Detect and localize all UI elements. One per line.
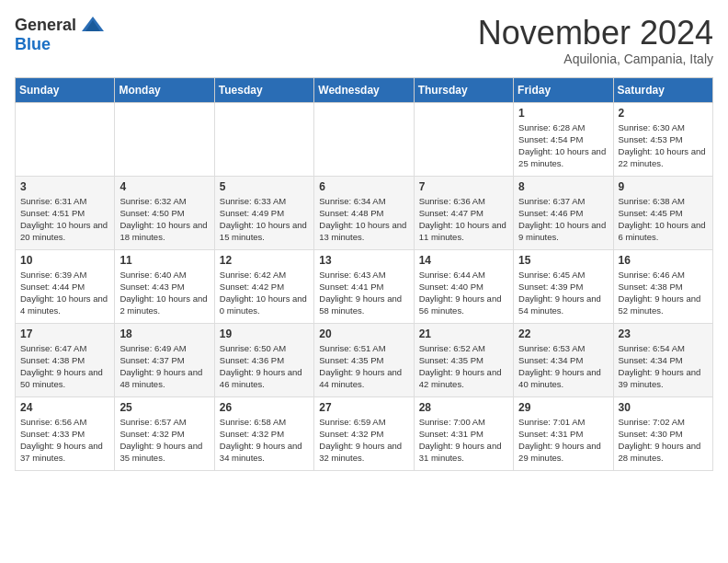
logo-general-text: General <box>15 16 76 35</box>
day-info-text: Sunrise: 6:37 AM Sunset: 4:46 PM Dayligh… <box>518 195 608 244</box>
day-number: 2 <box>619 107 708 120</box>
calendar-day-cell: 15Sunrise: 6:45 AM Sunset: 4:39 PM Dayli… <box>514 249 613 323</box>
day-number: 4 <box>119 180 209 193</box>
day-number: 11 <box>119 254 209 267</box>
calendar-day-cell: 3Sunrise: 6:31 AM Sunset: 4:51 PM Daylig… <box>16 176 115 249</box>
day-info-text: Sunrise: 7:02 AM Sunset: 4:30 PM Dayligh… <box>619 416 708 465</box>
day-info-text: Sunrise: 6:47 AM Sunset: 4:38 PM Dayligh… <box>20 342 109 391</box>
calendar-day-cell: 6Sunrise: 6:34 AM Sunset: 4:48 PM Daylig… <box>314 176 414 249</box>
calendar-day-cell <box>414 102 513 176</box>
day-info-text: Sunrise: 6:58 AM Sunset: 4:32 PM Dayligh… <box>220 416 309 465</box>
day-info-text: Sunrise: 6:32 AM Sunset: 4:50 PM Dayligh… <box>119 195 209 244</box>
calendar-day-cell: 28Sunrise: 7:00 AM Sunset: 4:31 PM Dayli… <box>414 396 513 470</box>
day-info-text: Sunrise: 7:00 AM Sunset: 4:31 PM Dayligh… <box>419 416 508 465</box>
day-info-text: Sunrise: 6:33 AM Sunset: 4:49 PM Dayligh… <box>220 195 309 244</box>
day-number: 21 <box>419 327 508 340</box>
day-number: 19 <box>220 327 309 340</box>
logo: General Blue <box>15 15 106 54</box>
calendar-day-cell: 9Sunrise: 6:38 AM Sunset: 4:45 PM Daylig… <box>613 176 712 249</box>
logo-icon <box>80 15 106 35</box>
calendar-day-cell: 30Sunrise: 7:02 AM Sunset: 4:30 PM Dayli… <box>613 396 712 470</box>
calendar-day-cell <box>314 102 414 176</box>
calendar-day-cell: 25Sunrise: 6:57 AM Sunset: 4:32 PM Dayli… <box>115 396 214 470</box>
day-number: 6 <box>319 180 408 193</box>
day-number: 18 <box>119 327 209 340</box>
calendar-table: SundayMondayTuesdayWednesdayThursdayFrid… <box>15 77 713 471</box>
calendar-day-cell: 22Sunrise: 6:53 AM Sunset: 4:34 PM Dayli… <box>514 323 613 396</box>
calendar-week-row: 10Sunrise: 6:39 AM Sunset: 4:44 PM Dayli… <box>16 249 713 323</box>
month-title: November 2024 <box>478 15 713 52</box>
calendar-week-row: 1Sunrise: 6:28 AM Sunset: 4:54 PM Daylig… <box>16 102 713 176</box>
day-info-text: Sunrise: 6:38 AM Sunset: 4:45 PM Dayligh… <box>619 195 708 244</box>
day-number: 24 <box>20 401 109 414</box>
day-number: 1 <box>518 107 608 120</box>
calendar-week-row: 17Sunrise: 6:47 AM Sunset: 4:38 PM Dayli… <box>16 323 713 396</box>
day-info-text: Sunrise: 6:45 AM Sunset: 4:39 PM Dayligh… <box>518 269 608 317</box>
calendar-day-cell: 2Sunrise: 6:30 AM Sunset: 4:53 PM Daylig… <box>613 102 712 176</box>
day-number: 8 <box>518 180 608 193</box>
day-info-text: Sunrise: 6:49 AM Sunset: 4:37 PM Dayligh… <box>119 342 209 391</box>
calendar-day-header: Thursday <box>414 77 513 102</box>
day-number: 16 <box>619 254 708 267</box>
day-info-text: Sunrise: 6:46 AM Sunset: 4:38 PM Dayligh… <box>619 269 708 317</box>
calendar-day-cell: 21Sunrise: 6:52 AM Sunset: 4:35 PM Dayli… <box>414 323 513 396</box>
calendar-day-cell: 11Sunrise: 6:40 AM Sunset: 4:43 PM Dayli… <box>115 249 214 323</box>
day-number: 23 <box>619 327 708 340</box>
calendar-day-cell: 24Sunrise: 6:56 AM Sunset: 4:33 PM Dayli… <box>16 396 115 470</box>
day-info-text: Sunrise: 6:51 AM Sunset: 4:35 PM Dayligh… <box>319 342 408 391</box>
day-number: 9 <box>619 180 708 193</box>
calendar-day-cell: 14Sunrise: 6:44 AM Sunset: 4:40 PM Dayli… <box>414 249 513 323</box>
day-info-text: Sunrise: 6:43 AM Sunset: 4:41 PM Dayligh… <box>319 269 408 317</box>
day-number: 26 <box>220 401 309 414</box>
calendar-day-cell: 23Sunrise: 6:54 AM Sunset: 4:34 PM Dayli… <box>613 323 712 396</box>
day-number: 14 <box>419 254 508 267</box>
calendar-day-cell: 27Sunrise: 6:59 AM Sunset: 4:32 PM Dayli… <box>314 396 414 470</box>
calendar-day-cell <box>214 102 313 176</box>
calendar-day-cell: 12Sunrise: 6:42 AM Sunset: 4:42 PM Dayli… <box>214 249 313 323</box>
day-info-text: Sunrise: 6:53 AM Sunset: 4:34 PM Dayligh… <box>518 342 608 391</box>
location-text: Aquilonia, Campania, Italy <box>478 52 713 66</box>
day-number: 17 <box>20 327 109 340</box>
day-info-text: Sunrise: 6:57 AM Sunset: 4:32 PM Dayligh… <box>119 416 209 465</box>
title-section: November 2024 Aquilonia, Campania, Italy <box>478 15 713 66</box>
day-number: 3 <box>20 180 109 193</box>
day-info-text: Sunrise: 6:52 AM Sunset: 4:35 PM Dayligh… <box>419 342 508 391</box>
calendar-day-cell: 17Sunrise: 6:47 AM Sunset: 4:38 PM Dayli… <box>16 323 115 396</box>
day-number: 29 <box>518 401 608 414</box>
calendar-day-header: Sunday <box>16 77 115 102</box>
day-info-text: Sunrise: 6:42 AM Sunset: 4:42 PM Dayligh… <box>220 269 309 317</box>
logo-blue-text: Blue <box>15 35 51 54</box>
calendar-day-cell: 1Sunrise: 6:28 AM Sunset: 4:54 PM Daylig… <box>514 102 613 176</box>
day-number: 12 <box>220 254 309 267</box>
page-header: General Blue November 2024 Aquilonia, Ca… <box>15 15 713 66</box>
day-info-text: Sunrise: 7:01 AM Sunset: 4:31 PM Dayligh… <box>518 416 608 465</box>
calendar-day-cell: 4Sunrise: 6:32 AM Sunset: 4:50 PM Daylig… <box>115 176 214 249</box>
day-info-text: Sunrise: 6:54 AM Sunset: 4:34 PM Dayligh… <box>619 342 708 391</box>
day-info-text: Sunrise: 6:39 AM Sunset: 4:44 PM Dayligh… <box>20 269 109 317</box>
day-number: 25 <box>119 401 209 414</box>
day-info-text: Sunrise: 6:50 AM Sunset: 4:36 PM Dayligh… <box>220 342 309 391</box>
day-number: 10 <box>20 254 109 267</box>
calendar-day-cell: 16Sunrise: 6:46 AM Sunset: 4:38 PM Dayli… <box>613 249 712 323</box>
calendar-day-cell: 5Sunrise: 6:33 AM Sunset: 4:49 PM Daylig… <box>214 176 313 249</box>
day-info-text: Sunrise: 6:30 AM Sunset: 4:53 PM Dayligh… <box>619 121 708 170</box>
day-number: 28 <box>419 401 508 414</box>
calendar-week-row: 3Sunrise: 6:31 AM Sunset: 4:51 PM Daylig… <box>16 176 713 249</box>
day-info-text: Sunrise: 6:56 AM Sunset: 4:33 PM Dayligh… <box>20 416 109 465</box>
calendar-day-cell: 7Sunrise: 6:36 AM Sunset: 4:47 PM Daylig… <box>414 176 513 249</box>
calendar-day-cell: 29Sunrise: 7:01 AM Sunset: 4:31 PM Dayli… <box>514 396 613 470</box>
calendar-header-row: SundayMondayTuesdayWednesdayThursdayFrid… <box>16 77 713 102</box>
calendar-day-cell: 10Sunrise: 6:39 AM Sunset: 4:44 PM Dayli… <box>16 249 115 323</box>
day-number: 30 <box>619 401 708 414</box>
day-number: 22 <box>518 327 608 340</box>
calendar-day-cell <box>16 102 115 176</box>
day-info-text: Sunrise: 6:40 AM Sunset: 4:43 PM Dayligh… <box>119 269 209 317</box>
day-info-text: Sunrise: 6:44 AM Sunset: 4:40 PM Dayligh… <box>419 269 508 317</box>
calendar-day-header: Tuesday <box>214 77 313 102</box>
day-number: 13 <box>319 254 408 267</box>
calendar-day-header: Monday <box>115 77 214 102</box>
day-number: 5 <box>220 180 309 193</box>
day-number: 15 <box>518 254 608 267</box>
calendar-day-header: Wednesday <box>314 77 414 102</box>
calendar-day-cell: 18Sunrise: 6:49 AM Sunset: 4:37 PM Dayli… <box>115 323 214 396</box>
